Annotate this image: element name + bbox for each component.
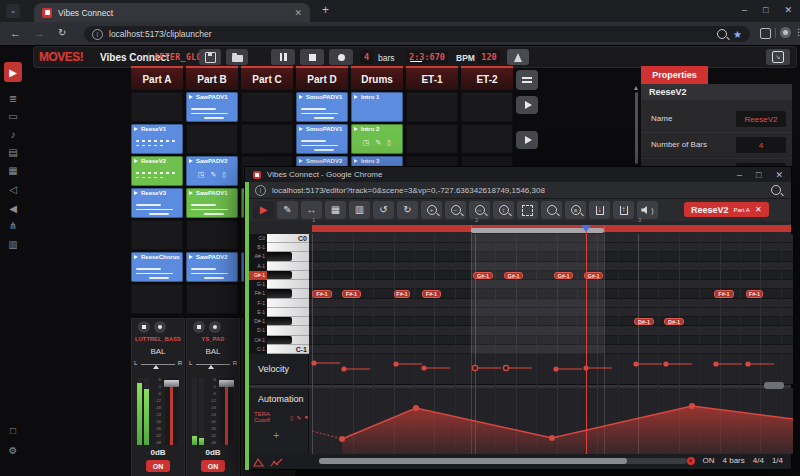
clip-badge-close-icon[interactable]: ✕ xyxy=(755,205,762,214)
clip-SmooPADV1[interactable]: SmooPADV1 xyxy=(296,92,348,122)
volume-fader-handle[interactable] xyxy=(164,380,179,387)
zoom-selection-button[interactable] xyxy=(517,201,538,219)
piano-key-B-1[interactable] xyxy=(267,243,309,252)
automation-point[interactable] xyxy=(339,436,345,442)
bookmark-star-icon[interactable]: ★ xyxy=(733,29,742,40)
clip-slot[interactable] xyxy=(186,220,238,250)
velocity-handle[interactable] xyxy=(393,361,398,366)
velocity-handle[interactable] xyxy=(472,365,477,370)
open-clip-icon[interactable]: ◳ xyxy=(198,171,205,179)
automation-point[interactable] xyxy=(689,403,695,409)
automation-point[interactable] xyxy=(549,435,555,441)
clip-play-icon[interactable] xyxy=(299,95,303,99)
clip-badge[interactable]: ReeseV2 Part A ✕ xyxy=(684,202,769,217)
midi-note[interactable]: F#-1 xyxy=(422,290,441,298)
maximize-button[interactable]: □ xyxy=(763,5,768,15)
editor-url-zoom-icon[interactable] xyxy=(771,185,781,195)
metronome-button[interactable] xyxy=(507,49,529,65)
automation-param-row[interactable]: TERA Cutoff ▯ ✎ ● xyxy=(249,404,308,423)
piano-key-G#-1[interactable] xyxy=(267,271,309,280)
velocity-handle[interactable] xyxy=(663,361,668,366)
clip-SawPADV1[interactable]: SawPADV1 xyxy=(186,92,238,122)
clip-slot[interactable] xyxy=(461,92,513,122)
clip-play-icon[interactable] xyxy=(354,127,358,131)
clip-play-icon[interactable] xyxy=(189,191,193,195)
grid-divisions-button[interactable]: ▥ xyxy=(349,201,370,219)
play-tool-button[interactable]: ▶ xyxy=(253,201,274,219)
properties-scrollbar[interactable] xyxy=(635,92,638,164)
record-button[interactable] xyxy=(329,49,353,65)
solo-button[interactable] xyxy=(154,321,166,333)
back-icon[interactable]: ← xyxy=(10,27,21,39)
fullscreen-button[interactable]: ↘ xyxy=(766,49,790,65)
editor-maximize-button[interactable]: □ xyxy=(756,170,761,180)
clip-ReeseV3[interactable]: ReeseV3 xyxy=(131,188,183,218)
midi-note[interactable]: F#-1 xyxy=(714,290,734,298)
sidebar-item-sound-browser[interactable]: ▭ xyxy=(4,108,22,124)
midi-note[interactable]: G#-1 xyxy=(504,272,523,280)
lane-scroll-handle[interactable] xyxy=(764,382,784,389)
save-button[interactable] xyxy=(199,49,221,65)
editor-close-button[interactable]: ✕ xyxy=(775,170,783,180)
timesig-label[interactable]: 4/4 xyxy=(753,456,764,465)
clip-SawPADV2[interactable]: SawPADV2◳✎▯ xyxy=(186,156,238,186)
scene-play-button-2[interactable] xyxy=(516,131,538,149)
close-button[interactable]: ✕ xyxy=(784,5,792,15)
velocity-handle[interactable] xyxy=(311,360,316,365)
profile-avatar[interactable] xyxy=(780,27,791,38)
clip-play-icon[interactable] xyxy=(354,95,358,99)
edit-icon[interactable]: ✎ xyxy=(296,414,301,421)
clip-slot[interactable] xyxy=(131,92,183,122)
clip-SawPADV1[interactable]: SawPADV1 xyxy=(186,188,238,218)
midi-note[interactable]: F#-1 xyxy=(746,290,763,298)
clip-SawPADV2[interactable]: SawPADV2 xyxy=(186,252,238,282)
trash-icon[interactable]: ▯ xyxy=(290,414,293,421)
clip-play-icon[interactable] xyxy=(189,95,193,99)
tab-close-icon[interactable]: ✕ xyxy=(294,8,302,18)
browser-menu-icon[interactable]: ⋮ xyxy=(794,27,800,37)
automation-canvas[interactable] xyxy=(309,388,793,454)
clip-Intro 2[interactable]: Intro 2◳✎▯ xyxy=(351,124,403,154)
property-value-field[interactable]: ReeseV2 xyxy=(736,111,786,127)
velocity-handle[interactable] xyxy=(341,366,346,371)
clip-ReeseV1[interactable]: ReeseV1 xyxy=(131,124,183,154)
browser-tab[interactable]: Vibes Connect ✕ xyxy=(34,3,310,22)
new-tab-button[interactable]: + xyxy=(322,3,329,17)
editor-titlebar[interactable]: Vibes Connect - Google Chrome – □ ✕ xyxy=(245,167,791,182)
piano-key-F-1[interactable] xyxy=(267,299,309,308)
sidebar-item-instruments[interactable]: ♪ xyxy=(4,126,22,142)
sidebar-item-notes-doc[interactable]: ▥ xyxy=(4,236,22,252)
mute-button[interactable] xyxy=(193,321,205,333)
zoom-vertical-button[interactable]: ↕ xyxy=(493,201,514,219)
clip-slot[interactable] xyxy=(461,124,513,154)
zoom-fit-button[interactable]: a xyxy=(565,201,586,219)
velocity-handle[interactable] xyxy=(421,365,426,370)
editor-site-info-icon[interactable]: i xyxy=(255,185,266,196)
sidebar-item-audio-output[interactable]: ◁ xyxy=(4,181,22,197)
properties-scroll-up-icon[interactable] xyxy=(634,86,638,90)
piano-key-A-1[interactable] xyxy=(267,262,309,271)
sidebar-item-display[interactable]: □ xyxy=(4,422,22,438)
add-automation-button[interactable]: + xyxy=(249,423,308,441)
clip-slot[interactable] xyxy=(241,124,293,154)
clip-play-icon[interactable] xyxy=(134,191,138,195)
piano-key-E-1[interactable] xyxy=(267,308,309,317)
velocity-handle[interactable] xyxy=(745,361,750,366)
solo-button[interactable] xyxy=(209,321,221,333)
piano-key-A#-1[interactable] xyxy=(267,252,309,261)
forward-icon[interactable]: → xyxy=(34,27,45,39)
bars-value[interactable]: 4 xyxy=(360,50,373,64)
piano-key-C-1[interactable]: C-1 xyxy=(267,345,309,354)
extensions-icon[interactable] xyxy=(760,28,771,39)
sidebar-item-audio-input[interactable]: ◀ xyxy=(4,200,22,216)
piano-key-G-1[interactable] xyxy=(267,280,309,289)
piano-key-D-1[interactable] xyxy=(267,326,309,335)
length-label[interactable]: 4 bars xyxy=(723,456,745,465)
delete-clip-icon[interactable]: ▯ xyxy=(387,139,391,147)
sidebar-item-file-settings[interactable]: ▤ xyxy=(4,144,22,160)
sidebar-item-settings[interactable]: ⚙ xyxy=(4,442,22,458)
midi-note[interactable]: G#-1 xyxy=(473,272,493,280)
midi-note[interactable]: G#-1 xyxy=(554,272,573,280)
snap-icon[interactable] xyxy=(687,457,695,465)
delete-clip-icon[interactable]: ▯ xyxy=(222,171,226,179)
